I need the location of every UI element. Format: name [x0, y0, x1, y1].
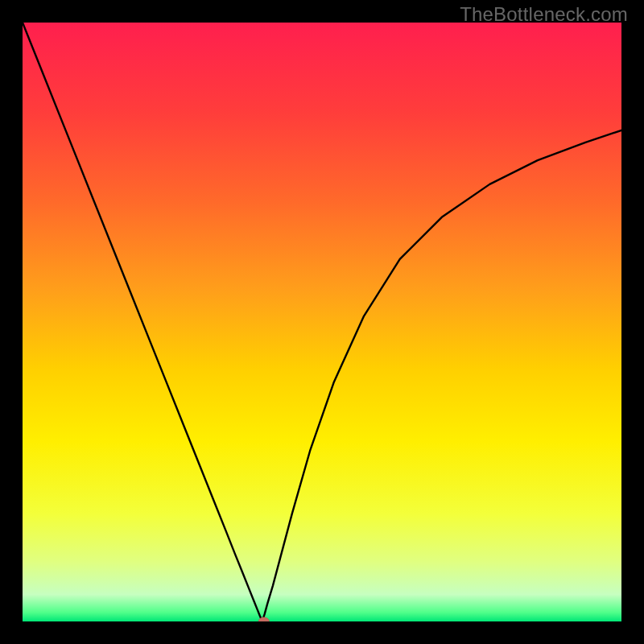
plot-area — [23, 23, 621, 621]
gradient-background — [23, 23, 621, 621]
chart-svg — [23, 23, 621, 621]
watermark-text: TheBottleneck.com — [460, 3, 628, 26]
chart-frame: TheBottleneck.com — [0, 0, 644, 644]
